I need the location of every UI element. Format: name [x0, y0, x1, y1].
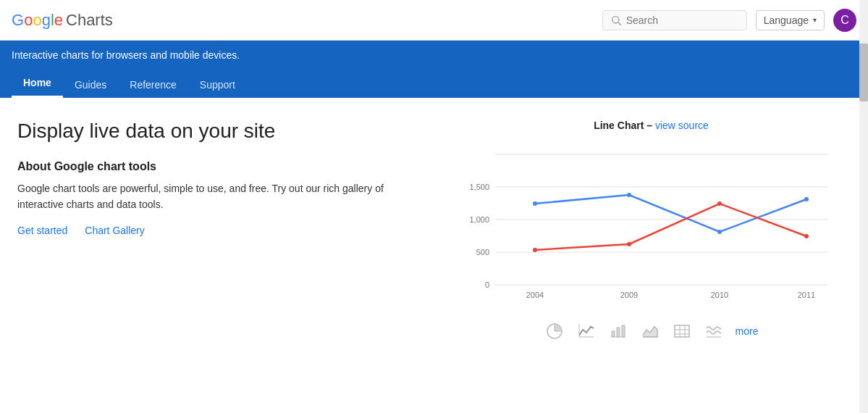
main-content: Display live data on your site About Goo…	[0, 98, 868, 356]
top-header: Google Charts Language ▾ C	[0, 0, 868, 41]
area-chart-type-icon[interactable]	[640, 321, 660, 341]
section-heading: About Google chart tools	[17, 160, 423, 173]
search-bar[interactable]	[602, 10, 747, 30]
svg-rect-21	[617, 328, 620, 337]
scrollbar-thumb[interactable]	[859, 43, 868, 101]
svg-rect-22	[622, 325, 625, 337]
search-icon	[610, 14, 622, 26]
scrollbar[interactable]	[859, 0, 868, 356]
blue-point-2	[717, 230, 722, 234]
charts-logo-text: Charts	[66, 11, 113, 30]
page-title: Display live data on your site	[17, 120, 423, 143]
svg-text:2010: 2010	[711, 291, 728, 299]
user-avatar[interactable]: C	[833, 9, 856, 32]
svg-text:2009: 2009	[620, 291, 638, 299]
svg-text:2011: 2011	[798, 291, 815, 299]
red-point-2	[717, 201, 722, 206]
section-text: Google chart tools are powerful, simple …	[17, 180, 423, 213]
left-panel: Display live data on your site About Goo…	[17, 120, 423, 341]
svg-point-0	[612, 16, 618, 22]
scatter-chart-type-icon[interactable]	[704, 321, 724, 341]
google-logo: Google	[12, 11, 63, 30]
svg-text:2004: 2004	[526, 291, 544, 299]
bar-chart-type-icon[interactable]	[608, 321, 628, 341]
svg-text:500: 500	[476, 248, 489, 256]
nav-item-reference[interactable]: Reference	[118, 72, 188, 98]
more-link[interactable]: more	[736, 325, 759, 337]
nav-item-home[interactable]: Home	[12, 70, 63, 98]
svg-rect-20	[612, 331, 615, 337]
line-chart-svg: 0 500 1,000 1,500 2004 2009 2010 2011	[452, 140, 843, 299]
table-chart-type-icon[interactable]	[672, 321, 692, 341]
nav-item-support[interactable]: Support	[188, 72, 247, 98]
svg-text:0: 0	[485, 280, 489, 289]
view-source-link[interactable]: view source	[655, 120, 709, 131]
logo: Google Charts	[12, 11, 113, 30]
chart-gallery-link[interactable]: Chart Gallery	[85, 225, 144, 236]
blue-banner: Interactive charts for browsers and mobi…	[0, 41, 868, 70]
banner-text: Interactive charts for browsers and mobi…	[12, 49, 240, 61]
pie-chart-icon[interactable]	[544, 321, 565, 341]
chevron-down-icon: ▾	[813, 16, 817, 24]
svg-text:1,000: 1,000	[469, 215, 489, 224]
chart-title: Line Chart – view source	[452, 120, 851, 131]
nav-bar: Home Guides Reference Support	[0, 70, 868, 98]
language-button[interactable]: Language ▾	[756, 10, 825, 30]
chart-container: 0 500 1,000 1,500 2004 2009 2010 2011	[452, 140, 843, 299]
link-row: Get started Chart Gallery	[17, 225, 423, 236]
red-series-line	[535, 204, 806, 250]
chart-icons-row: more	[452, 314, 851, 341]
nav-item-guides[interactable]: Guides	[63, 72, 118, 98]
red-point-3	[804, 234, 809, 238]
blue-point-0	[533, 201, 537, 206]
get-started-link[interactable]: Get started	[17, 225, 67, 236]
red-point-0	[533, 248, 537, 252]
svg-rect-25	[675, 325, 689, 337]
svg-text:1,500: 1,500	[469, 183, 489, 191]
right-panel: Line Chart – view source 0 500 1,000 1,5…	[452, 120, 851, 341]
svg-line-1	[618, 22, 621, 25]
red-point-1	[627, 242, 631, 246]
blue-point-3	[804, 197, 809, 201]
line-chart-type-icon[interactable]	[576, 321, 597, 341]
search-input[interactable]	[626, 14, 735, 26]
blue-point-1	[627, 193, 631, 197]
language-label: Language	[764, 14, 809, 26]
